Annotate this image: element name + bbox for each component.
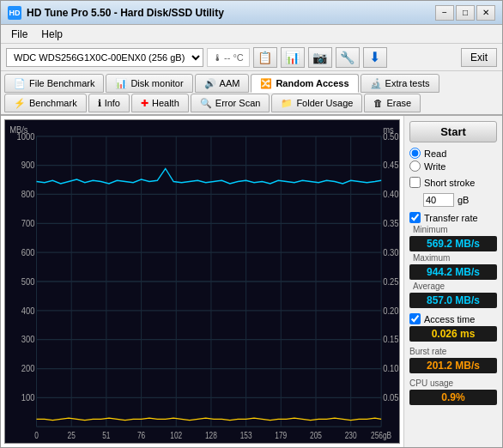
burst-rate-value: 201.2 MB/s	[409, 358, 497, 373]
svg-text:0.20: 0.20	[383, 306, 398, 316]
read-label[interactable]: Read	[424, 148, 446, 159]
average-label: Average	[409, 282, 497, 291]
right-panel: Start Read Write Short stroke gB	[403, 116, 502, 447]
benchmark-icon: ⚡	[14, 98, 26, 109]
svg-text:25: 25	[68, 431, 76, 440]
access-time-value: 0.026 ms	[409, 326, 497, 342]
svg-text:0.45: 0.45	[383, 160, 398, 171]
tab-aam[interactable]: 🔊 AAM	[195, 74, 250, 93]
close-button[interactable]: ✕	[476, 5, 495, 21]
short-stroke-checkbox[interactable]	[409, 177, 421, 188]
svg-text:0.30: 0.30	[383, 247, 398, 257]
svg-text:700: 700	[21, 218, 35, 228]
chart-svg: 1000 900 800 700 600 500 400 300 200 100…	[5, 120, 399, 443]
tab-health[interactable]: ✚ Health	[131, 94, 189, 112]
start-button[interactable]: Start	[409, 121, 497, 142]
tab-file-benchmark[interactable]: 📄 File Benchmark	[4, 74, 104, 93]
info-icon: ℹ	[98, 98, 101, 109]
gb-spinbox[interactable]	[423, 193, 454, 207]
thermometer-icon: 🌡	[213, 52, 222, 63]
transfer-rate-label: Transfer rate	[409, 212, 497, 223]
temperature-display: 🌡 -- °C	[207, 48, 250, 67]
main-window: HD HD Tune Pro 5.50 - Hard Disk/SSD Util…	[0, 0, 503, 448]
maximize-button[interactable]: □	[456, 5, 475, 21]
minimize-button[interactable]: −	[435, 5, 454, 21]
write-label[interactable]: Write	[424, 161, 445, 172]
menu-help[interactable]: Help	[34, 27, 70, 42]
svg-text:900: 900	[21, 160, 35, 171]
short-stroke-row: Short stroke	[409, 177, 497, 188]
app-icon: HD	[8, 6, 21, 20]
svg-text:128: 128	[205, 431, 217, 440]
svg-text:0: 0	[34, 431, 39, 440]
svg-text:256gB: 256gB	[371, 431, 391, 440]
svg-text:76: 76	[137, 431, 145, 440]
file-benchmark-icon: 📄	[14, 78, 26, 89]
toolbar-btn-3[interactable]: 📷	[308, 47, 332, 68]
tab-erase[interactable]: 🗑 Erase	[364, 94, 421, 112]
radio-write-row: Write	[409, 160, 497, 172]
burst-rate-label: Burst rate	[409, 347, 497, 356]
gb-unit: gB	[458, 195, 469, 205]
tab-extra-tests[interactable]: 🔬 Extra tests	[361, 74, 439, 93]
average-value: 857.0 MB/s	[409, 293, 497, 308]
menu-file[interactable]: File	[4, 27, 34, 42]
toolbar-btn-download[interactable]: ⬇	[363, 47, 387, 68]
svg-text:0.25: 0.25	[383, 276, 398, 287]
maximum-label: Maximum	[409, 253, 497, 263]
svg-text:100: 100	[21, 392, 35, 403]
access-time-label: Access time	[409, 313, 497, 324]
tab-benchmark[interactable]: ⚡ Benchmark	[4, 94, 87, 112]
tabs-row1: 📄 File Benchmark 📊 Disk monitor 🔊 AAM 🔀 …	[1, 71, 502, 94]
toolbar-btn-1[interactable]: 📋	[253, 47, 277, 68]
transfer-rate-checkbox[interactable]	[409, 212, 421, 223]
extra-tests-icon: 🔬	[370, 78, 382, 89]
disk-monitor-icon: 📊	[115, 78, 127, 89]
content-area: 1000 900 800 700 600 500 400 300 200 100…	[1, 116, 502, 447]
svg-text:0.15: 0.15	[383, 335, 398, 345]
cpu-usage-label: CPU usage	[409, 378, 497, 388]
title-bar-left: HD HD Tune Pro 5.50 - Hard Disk/SSD Util…	[8, 6, 224, 20]
radio-group: Read Write	[409, 148, 497, 172]
write-radio[interactable]	[409, 160, 421, 172]
exit-button[interactable]: Exit	[461, 48, 497, 67]
svg-text:300: 300	[21, 335, 35, 345]
spinbox-row: gB	[423, 193, 497, 207]
svg-text:200: 200	[21, 363, 35, 373]
minimum-value: 569.2 MB/s	[409, 236, 497, 251]
tabs-row2: ⚡ Benchmark ℹ Info ✚ Health 🔍 Error Scan…	[1, 94, 502, 116]
chart-area: 1000 900 800 700 600 500 400 300 200 100…	[4, 119, 400, 444]
folder-usage-icon: 📁	[281, 98, 293, 109]
erase-icon: 🗑	[373, 98, 383, 108]
svg-text:800: 800	[21, 189, 35, 199]
svg-text:153: 153	[240, 431, 252, 440]
svg-text:600: 600	[21, 247, 35, 257]
tab-random-access[interactable]: 🔀 Random Access	[251, 74, 358, 93]
read-radio[interactable]	[409, 148, 421, 159]
svg-text:0.40: 0.40	[383, 189, 398, 199]
aam-icon: 🔊	[204, 78, 216, 89]
access-time-section: Access time 0.026 ms	[409, 313, 497, 342]
temperature-value: -- °C	[224, 52, 244, 63]
tab-info[interactable]: ℹ Info	[88, 94, 130, 112]
random-access-icon: 🔀	[260, 78, 272, 89]
access-time-checkbox[interactable]	[409, 313, 421, 324]
svg-text:500: 500	[21, 276, 35, 287]
tab-folder-usage[interactable]: 📁 Folder Usage	[271, 94, 362, 112]
transfer-rate-section: Transfer rate Minimum 569.2 MB/s Maximum…	[409, 212, 497, 308]
title-bar: HD HD Tune Pro 5.50 - Hard Disk/SSD Util…	[1, 1, 502, 25]
svg-text:102: 102	[170, 431, 182, 440]
drive-selector[interactable]: WDC WDS256G1X0C-00ENX0 (256 gB)	[6, 48, 203, 67]
svg-text:400: 400	[21, 306, 35, 316]
toolbar-btn-4[interactable]: 🔧	[336, 47, 360, 68]
svg-text:230: 230	[345, 431, 357, 440]
cpu-usage-section: CPU usage 0.9%	[409, 378, 497, 405]
menu-bar: File Help	[1, 25, 502, 44]
short-stroke-label[interactable]: Short stroke	[424, 178, 475, 188]
health-icon: ✚	[141, 98, 148, 109]
error-scan-icon: 🔍	[200, 98, 212, 109]
toolbar-btn-2[interactable]: 📊	[281, 47, 305, 68]
tab-error-scan[interactable]: 🔍 Error Scan	[191, 94, 270, 112]
maximum-value: 944.2 MB/s	[409, 264, 497, 280]
tab-disk-monitor[interactable]: 📊 Disk monitor	[106, 74, 192, 93]
